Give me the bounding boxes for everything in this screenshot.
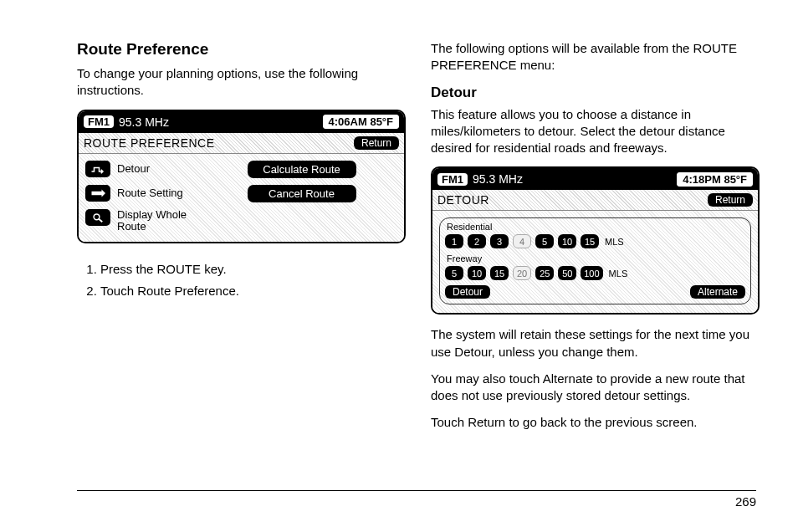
distance-chip[interactable]: 10 <box>558 234 576 248</box>
distance-chip[interactable]: 25 <box>535 266 554 280</box>
screen-title: ROUTE PREFERENCE <box>84 136 354 150</box>
distance-chip[interactable]: 50 <box>558 266 576 280</box>
cancel-route-button[interactable]: Cancel Route <box>248 185 356 202</box>
retain-text: The system will retain these settings fo… <box>431 326 756 361</box>
return-text: Touch Return to go back to the previous … <box>431 414 756 431</box>
step-item: Touch Route Preference. <box>100 280 402 302</box>
clock-temp: 4:06AM 85°F <box>323 115 399 129</box>
magnify-icon <box>85 209 110 226</box>
alternate-button[interactable]: Alternate <box>690 285 745 299</box>
distance-chip[interactable]: 10 <box>468 266 486 280</box>
detour-icon <box>85 161 110 177</box>
return-button[interactable]: Return <box>708 193 753 207</box>
distance-chip[interactable]: 3 <box>490 234 509 248</box>
alternate-text: You may also touch Alternate to provide … <box>431 371 756 405</box>
distance-chip[interactable]: 20 <box>513 266 531 280</box>
distance-chip[interactable]: 5 <box>445 266 463 280</box>
menu-item-display-whole-route[interactable]: Display Whole Route <box>85 209 236 234</box>
return-button[interactable]: Return <box>354 136 399 150</box>
menu-item-label: Display Whole Route <box>117 209 209 234</box>
detour-panel: Residential 123451015MLS Freeway 5101520… <box>439 217 751 304</box>
distance-chip[interactable]: 15 <box>490 266 509 280</box>
screen-title: DETOUR <box>437 193 708 207</box>
distance-chip[interactable]: 4 <box>513 234 531 248</box>
heading-detour: Detour <box>431 84 756 101</box>
route-icon <box>85 185 110 202</box>
frequency-label: 95.3 MHz <box>119 115 323 129</box>
svg-rect-0 <box>92 191 104 195</box>
steps-list: Press the ROUTE key. Touch Route Prefere… <box>77 258 402 301</box>
band-badge: FM1 <box>84 115 114 128</box>
residential-label: Residential <box>447 222 745 232</box>
step-item: Press the ROUTE key. <box>100 258 402 280</box>
device-body: Residential 123451015MLS Freeway 5101520… <box>432 211 758 313</box>
menu-item-detour[interactable]: Detour <box>85 161 236 177</box>
device-detour: FM1 95.3 MHz 4:18PM 85°F DETOUR Return R… <box>431 166 760 315</box>
clock-temp: 4:18PM 85°F <box>677 172 753 187</box>
menu-item-route-setting[interactable]: Route Setting <box>85 185 236 202</box>
residential-row: 123451015MLS <box>445 234 745 248</box>
frequency-label: 95.3 MHz <box>473 172 677 186</box>
menu-item-label: Detour <box>117 162 150 175</box>
screen-title-bar: DETOUR Return <box>432 190 758 211</box>
intro-text: To change your planning options, use the… <box>77 65 402 100</box>
distance-chip[interactable]: 2 <box>468 234 486 248</box>
distance-chip[interactable]: 1 <box>445 234 463 248</box>
device-route-preference: FM1 95.3 MHz 4:06AM 85°F ROUTE PREFERENC… <box>77 110 406 244</box>
calculate-route-button[interactable]: Calculate Route <box>248 161 356 178</box>
heading-route-preference: Route Preference <box>77 40 402 59</box>
unit-label: MLS <box>609 269 628 279</box>
band-badge: FM1 <box>437 173 468 186</box>
distance-chip[interactable]: 100 <box>581 266 602 280</box>
page-number: 269 <box>735 494 756 509</box>
svg-line-2 <box>99 218 103 222</box>
device-status-bar: FM1 95.3 MHz 4:06AM 85°F <box>79 111 404 133</box>
distance-chip[interactable]: 15 <box>581 234 599 248</box>
right-intro: The following options will be available … <box>431 40 756 74</box>
screen-title-bar: ROUTE PREFERENCE Return <box>79 133 404 154</box>
distance-chip[interactable]: 5 <box>535 234 554 248</box>
page-footer: 269 <box>77 490 756 509</box>
menu-item-label: Route Setting <box>117 187 183 199</box>
freeway-label: Freeway <box>447 253 745 263</box>
detour-desc: This feature allows you to choose a dist… <box>431 106 756 157</box>
detour-button[interactable]: Detour <box>445 285 490 299</box>
freeway-row: 51015202550100MLS <box>445 266 745 280</box>
device-body: Detour Calculate Route Route Setting Can… <box>79 154 404 243</box>
unit-label: MLS <box>605 237 624 247</box>
device-status-bar: FM1 95.3 MHz 4:18PM 85°F <box>432 168 758 190</box>
